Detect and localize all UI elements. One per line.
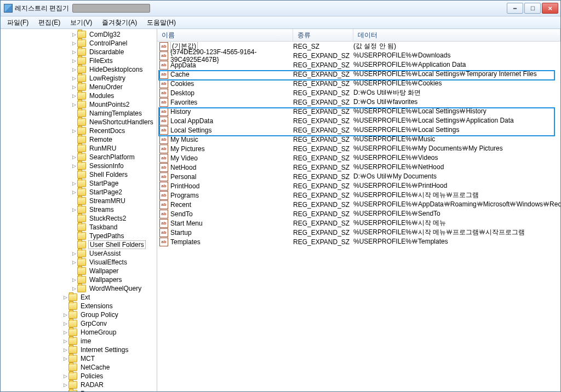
tree-item[interactable]: ▷FileExts [1, 56, 157, 65]
tree-item[interactable]: ▷SearchPlatform [1, 153, 157, 162]
tree-item[interactable]: ▷Wallpapers [1, 275, 157, 284]
value-row[interactable]: abRecentREG_EXPAND_SZ%USERPROFILE%￦AppDa… [157, 200, 560, 209]
tree-item[interactable]: NewShortcutHandlers [1, 118, 157, 126]
tree-item[interactable]: ▷GrpConv [1, 319, 157, 328]
menu-help[interactable]: 도움말(H) [142, 17, 180, 28]
tree-expander-icon[interactable]: ▷ [71, 154, 77, 160]
tree-item[interactable]: ▷RecentDocs [1, 126, 157, 135]
menu-favorites[interactable]: 즐겨찾기(A) [98, 17, 141, 28]
tree-item[interactable]: ▷HomeGroup [1, 328, 157, 337]
col-header-type[interactable]: 종류 [293, 29, 353, 41]
value-row[interactable]: abFavoritesREG_EXPAND_SZD:￦Os Util￦favor… [157, 97, 560, 107]
tree-item[interactable]: ▷LowRegistry [1, 74, 157, 83]
value-row[interactable]: abLocal SettingsREG_EXPAND_SZ%USERPROFIL… [157, 125, 560, 135]
tree-expander-icon[interactable]: ▷ [71, 58, 77, 64]
tree-item[interactable]: ▷Group Policy [1, 310, 157, 319]
tree-item[interactable]: Run [1, 389, 157, 391]
tree-item[interactable]: TypedPaths [1, 232, 157, 240]
tree-item[interactable]: ▷ControlPanel [1, 39, 157, 48]
tree-expander-icon[interactable]: ▷ [62, 321, 68, 326]
tree-item[interactable]: ▷StartPage [1, 179, 157, 188]
tree-expander-icon[interactable]: ▷ [71, 93, 77, 99]
tree-expander-icon[interactable]: ▷ [71, 207, 77, 212]
tree-expander-icon[interactable]: ▷ [71, 128, 77, 134]
value-row[interactable]: abStartupREG_EXPAND_SZ%USERPROFILE%￦시작 메… [157, 228, 560, 237]
menu-edit[interactable]: 편집(E) [34, 17, 65, 28]
tree-item[interactable]: ▷ime [1, 337, 157, 345]
value-row[interactable]: abNetHoodREG_EXPAND_SZ%USERPROFILE%￦NetH… [157, 163, 560, 172]
col-header-name[interactable]: 이름 [157, 29, 293, 41]
tree-expander-icon[interactable]: ▷ [71, 260, 77, 265]
value-row[interactable]: abMy MusicREG_EXPAND_SZ%USERPROFILE%￦Mus… [157, 135, 560, 144]
tree-expander-icon[interactable]: ▷ [71, 286, 77, 291]
tree-expander-icon[interactable]: ▷ [71, 76, 77, 81]
value-row[interactable]: abCacheREG_EXPAND_SZ%USERPROFILE%￦Local … [157, 70, 560, 79]
menu-file[interactable]: 파일(F) [3, 17, 33, 28]
maximize-button[interactable]: ☐ [524, 3, 541, 14]
tree-expander-icon[interactable]: ▷ [71, 102, 77, 107]
menu-view[interactable]: 보기(V) [66, 17, 96, 28]
value-row[interactable]: abAppDataREG_EXPAND_SZ%USERPROFILE%￦Appl… [157, 60, 560, 70]
tree-item[interactable]: ▷StartPage2 [1, 188, 157, 197]
value-row[interactable]: abPersonalREG_EXPAND_SZD:￦Os Util￦My Doc… [157, 172, 560, 181]
tree-item[interactable]: ▷MountPoints2 [1, 100, 157, 109]
tree-panel[interactable]: ▷ComDlg32▷ControlPanel▷Discardable▷FileE… [1, 29, 157, 391]
tree-item[interactable]: ▷Ext [1, 293, 157, 302]
tree-expander-icon[interactable]: ▷ [62, 312, 68, 318]
tree-item[interactable]: Remote [1, 135, 157, 144]
tree-item[interactable]: ▷ComDlg32 [1, 30, 157, 39]
col-header-data[interactable]: 데이터 [353, 29, 560, 41]
tree-expander-icon[interactable]: ▷ [71, 41, 77, 46]
titlebar[interactable]: 레지스트리 편집기 ━ ☐ ✕ [1, 1, 560, 16]
tree-expander-icon[interactable]: ▷ [62, 347, 68, 353]
value-row[interactable]: abMy PicturesREG_EXPAND_SZ%USERPROFILE%￦… [157, 144, 560, 153]
value-row[interactable]: abMy VideoREG_EXPAND_SZ%USERPROFILE%￦Vid… [157, 153, 560, 163]
tree-item[interactable]: ▷MenuOrder [1, 83, 157, 91]
tree-expander-icon[interactable]: ▷ [62, 330, 68, 335]
tree-expander-icon[interactable]: ▷ [71, 251, 77, 256]
tree-expander-icon[interactable]: ▷ [71, 163, 77, 169]
tree-expander-icon[interactable]: ▷ [71, 32, 77, 37]
tree-expander-icon[interactable]: ▷ [71, 84, 77, 90]
value-row[interactable]: abDesktopREG_EXPAND_SZD:￦Os Util￦바탕 화면 [157, 88, 560, 97]
tree-expander-icon[interactable]: ▷ [62, 356, 68, 361]
value-row[interactable]: abLocal AppDataREG_EXPAND_SZ%USERPROFILE… [157, 116, 560, 125]
tree-item[interactable]: ▷Discardable [1, 48, 157, 56]
tree-expander-icon[interactable]: ▷ [62, 373, 68, 379]
tree-item[interactable]: StreamMRU [1, 197, 157, 205]
tree-item[interactable]: ▷MCT [1, 354, 157, 363]
tree-item[interactable]: ▷HideDesktopIcons [1, 65, 157, 74]
tree-expander-icon[interactable]: ▷ [71, 49, 77, 55]
tree-item[interactable]: Extensions [1, 302, 157, 310]
value-row[interactable]: ab{374DE290-123F-4565-9164-39C4925E467B}… [157, 51, 560, 60]
value-row[interactable]: abCookiesREG_EXPAND_SZ%USERPROFILE%￦Cook… [157, 79, 560, 88]
value-row[interactable]: abTemplatesREG_EXPAND_SZ%USERPROFILE%￦Te… [157, 237, 560, 246]
tree-item[interactable]: Wallpaper [1, 267, 157, 275]
tree-item[interactable]: Shell Folders [1, 170, 157, 179]
tree-item[interactable]: User Shell Folders [1, 240, 157, 249]
tree-item[interactable]: Taskband [1, 223, 157, 232]
tree-item[interactable]: RunMRU [1, 144, 157, 153]
tree-item[interactable]: NamingTemplates [1, 109, 157, 118]
value-row[interactable]: abHistoryREG_EXPAND_SZ%USERPROFILE%￦Loca… [157, 107, 560, 116]
tree-item[interactable]: ▷Modules [1, 91, 157, 100]
close-button[interactable]: ✕ [542, 3, 558, 14]
tree-item[interactable]: ▷SessionInfo [1, 162, 157, 170]
tree-item[interactable]: ▷Streams [1, 205, 157, 214]
value-list[interactable]: ab(기본값)REG_SZ(값 설정 안 됨)ab{374DE290-123F-… [157, 42, 560, 391]
value-row[interactable]: abPrintHoodREG_EXPAND_SZ%USERPROFILE%￦Pr… [157, 181, 560, 191]
tree-item[interactable]: ▷Internet Settings [1, 345, 157, 354]
tree-item[interactable]: NetCache [1, 363, 157, 372]
value-row[interactable]: abSendToREG_EXPAND_SZ%USERPROFILE%￦SendT… [157, 209, 560, 218]
tree-expander-icon[interactable]: ▷ [62, 382, 68, 388]
tree-item[interactable]: ▷WordWheelQuery [1, 284, 157, 293]
value-row[interactable]: abProgramsREG_EXPAND_SZ%USERPROFILE%￦시작 … [157, 191, 560, 200]
tree-expander-icon[interactable]: ▷ [71, 277, 77, 283]
tree-item[interactable]: StuckRects2 [1, 214, 157, 223]
tree-item[interactable]: ▷RADAR [1, 381, 157, 389]
tree-expander-icon[interactable]: ▷ [71, 181, 77, 186]
tree-item[interactable]: ▷UserAssist [1, 249, 157, 258]
tree-expander-icon[interactable]: ▷ [71, 67, 77, 72]
minimize-button[interactable]: ━ [507, 3, 523, 14]
tree-item[interactable]: ▷VisualEffects [1, 258, 157, 267]
